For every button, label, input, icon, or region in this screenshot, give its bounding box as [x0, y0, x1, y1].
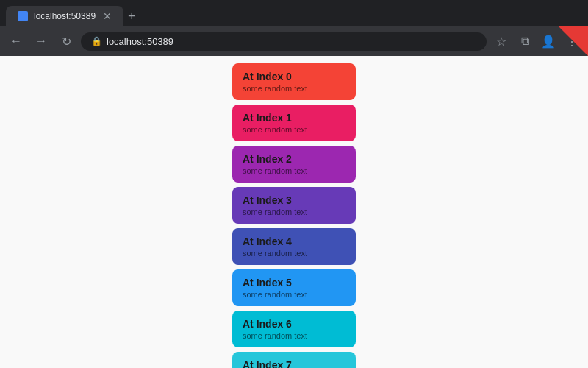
browser-chrome: localhost:50389 ✕ + ← → ↻ 🔒 localhost:50… [0, 0, 588, 368]
new-tab-button[interactable]: + [128, 9, 136, 24]
card-title-6: At Index 6 [243, 318, 345, 330]
address-text: localhost:50389 [107, 36, 173, 47]
card-index-1[interactable]: At Index 1some random text [232, 105, 356, 141]
card-subtitle-1: some random text [243, 125, 345, 134]
card-title-7: At Index 7 [243, 359, 345, 368]
card-index-5[interactable]: At Index 5some random text [232, 269, 356, 306]
tab-label: localhost:50389 [34, 11, 96, 21]
card-subtitle-2: some random text [243, 166, 345, 175]
tab-bar: localhost:50389 ✕ + [0, 0, 588, 26]
address-bar[interactable]: 🔒 localhost:50389 [81, 32, 487, 51]
card-title-0: At Index 0 [243, 71, 345, 82]
page-content: At Index 0some random textAt Index 1some… [0, 56, 588, 368]
card-subtitle-4: some random text [243, 249, 345, 258]
card-index-3[interactable]: At Index 3some random text [232, 187, 356, 224]
tab-favicon [18, 11, 28, 21]
tab-mode-button[interactable]: ⧉ [514, 31, 535, 52]
card-subtitle-3: some random text [243, 208, 345, 216]
corner-ribbon [559, 26, 588, 56]
browser-toolbar: ← → ↻ 🔒 localhost:50389 ☆ ⧉ 👤 ⋮ [0, 26, 588, 56]
forward-button[interactable]: → [31, 31, 51, 52]
card-index-7[interactable]: At Index 7some random text [232, 352, 356, 368]
browser-tab[interactable]: localhost:50389 ✕ [6, 6, 123, 26]
card-index-4[interactable]: At Index 4some random text [232, 228, 356, 265]
lock-icon: 🔒 [91, 36, 102, 46]
card-index-6[interactable]: At Index 6some random text [232, 311, 356, 347]
card-subtitle-5: some random text [243, 290, 345, 299]
card-index-0[interactable]: At Index 0some random text [232, 63, 356, 100]
card-title-2: At Index 2 [243, 153, 345, 165]
card-title-1: At Index 1 [243, 112, 345, 124]
back-button[interactable]: ← [6, 31, 26, 52]
bookmark-button[interactable]: ☆ [491, 31, 512, 52]
card-title-3: At Index 3 [243, 194, 345, 206]
tab-close-button[interactable]: ✕ [103, 10, 112, 22]
reload-button[interactable]: ↻ [56, 31, 76, 52]
card-title-4: At Index 4 [243, 236, 345, 247]
card-subtitle-0: some random text [243, 84, 345, 93]
card-title-5: At Index 5 [243, 277, 345, 289]
card-index-2[interactable]: At Index 2some random text [232, 146, 356, 183]
account-button[interactable]: 👤 [538, 31, 559, 52]
card-subtitle-6: some random text [243, 331, 345, 340]
